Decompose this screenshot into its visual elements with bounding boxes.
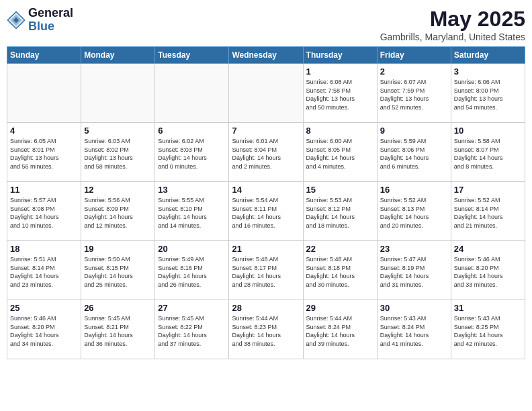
calendar-cell: 13Sunrise: 5:55 AM Sunset: 8:10 PM Dayli… <box>155 182 229 241</box>
day-number: 31 <box>454 303 522 313</box>
day-number: 11 <box>10 185 78 195</box>
calendar-cell: 23Sunrise: 5:47 AM Sunset: 8:19 PM Dayli… <box>377 241 451 300</box>
calendar-cell: 15Sunrise: 5:53 AM Sunset: 8:12 PM Dayli… <box>303 182 377 241</box>
cell-info: Sunrise: 5:43 AM Sunset: 8:24 PM Dayligh… <box>380 314 448 348</box>
calendar-cell: 2Sunrise: 6:07 AM Sunset: 7:59 PM Daylig… <box>377 64 451 123</box>
cell-info: Sunrise: 6:02 AM Sunset: 8:03 PM Dayligh… <box>158 137 226 171</box>
calendar-cell: 20Sunrise: 5:49 AM Sunset: 8:16 PM Dayli… <box>155 241 229 300</box>
day-number: 3 <box>454 66 522 77</box>
calendar-table: SundayMondayTuesdayWednesdayThursdayFrid… <box>7 46 525 359</box>
day-number: 18 <box>10 244 78 254</box>
day-number: 8 <box>306 126 374 136</box>
calendar-cell: 3Sunrise: 6:06 AM Sunset: 8:00 PM Daylig… <box>451 64 525 123</box>
calendar-cell: 21Sunrise: 5:48 AM Sunset: 8:17 PM Dayli… <box>229 241 303 300</box>
cell-info: Sunrise: 5:58 AM Sunset: 8:07 PM Dayligh… <box>454 137 522 171</box>
day-number: 5 <box>84 126 152 136</box>
cell-info: Sunrise: 5:44 AM Sunset: 8:24 PM Dayligh… <box>306 314 374 348</box>
logo-blue-text: Blue <box>28 20 73 34</box>
cell-info: Sunrise: 5:44 AM Sunset: 8:23 PM Dayligh… <box>232 314 300 348</box>
day-number: 29 <box>306 303 374 313</box>
calendar-cell: 6Sunrise: 6:02 AM Sunset: 8:03 PM Daylig… <box>155 123 229 182</box>
day-number: 21 <box>232 244 300 254</box>
calendar-cell: 30Sunrise: 5:43 AM Sunset: 8:24 PM Dayli… <box>377 300 451 359</box>
weekday-header-thursday: Thursday <box>303 47 377 64</box>
day-number: 22 <box>306 244 374 254</box>
calendar-cell: 28Sunrise: 5:44 AM Sunset: 8:23 PM Dayli… <box>229 300 303 359</box>
cell-info: Sunrise: 5:52 AM Sunset: 8:14 PM Dayligh… <box>454 196 522 230</box>
weekday-header-wednesday: Wednesday <box>229 47 303 64</box>
cell-info: Sunrise: 5:50 AM Sunset: 8:15 PM Dayligh… <box>84 255 152 289</box>
day-number: 28 <box>232 303 300 313</box>
day-number: 1 <box>306 66 374 77</box>
calendar-cell <box>229 64 303 123</box>
calendar-cell: 16Sunrise: 5:52 AM Sunset: 8:13 PM Dayli… <box>377 182 451 241</box>
day-number: 24 <box>454 244 522 254</box>
cell-info: Sunrise: 6:06 AM Sunset: 8:00 PM Dayligh… <box>454 78 522 111</box>
day-number: 7 <box>232 126 300 136</box>
calendar-cell <box>81 64 155 123</box>
cell-info: Sunrise: 5:53 AM Sunset: 8:12 PM Dayligh… <box>306 196 374 230</box>
day-number: 9 <box>380 126 448 136</box>
day-number: 15 <box>306 185 374 195</box>
cell-info: Sunrise: 5:45 AM Sunset: 8:22 PM Dayligh… <box>158 314 226 348</box>
cell-info: Sunrise: 6:08 AM Sunset: 7:58 PM Dayligh… <box>306 78 374 111</box>
logo-general-text: General <box>28 7 73 20</box>
page-header: General Blue May 2025 Gambrills, Marylan… <box>7 7 525 42</box>
logo-icon <box>7 11 26 30</box>
day-number: 25 <box>10 303 78 313</box>
cell-info: Sunrise: 6:03 AM Sunset: 8:02 PM Dayligh… <box>84 137 152 171</box>
calendar-cell: 14Sunrise: 5:54 AM Sunset: 8:11 PM Dayli… <box>229 182 303 241</box>
calendar-cell: 5Sunrise: 6:03 AM Sunset: 8:02 PM Daylig… <box>81 123 155 182</box>
logo: General Blue <box>7 7 73 34</box>
day-number: 16 <box>380 185 448 195</box>
calendar-cell: 1Sunrise: 6:08 AM Sunset: 7:58 PM Daylig… <box>303 64 377 123</box>
cell-info: Sunrise: 6:01 AM Sunset: 8:04 PM Dayligh… <box>232 137 300 171</box>
day-number: 17 <box>454 185 522 195</box>
cell-info: Sunrise: 5:52 AM Sunset: 8:13 PM Dayligh… <box>380 196 448 230</box>
cell-info: Sunrise: 5:47 AM Sunset: 8:19 PM Dayligh… <box>380 255 448 289</box>
month-title: May 2025 <box>380 7 525 32</box>
cell-info: Sunrise: 5:49 AM Sunset: 8:16 PM Dayligh… <box>158 255 226 289</box>
cell-info: Sunrise: 5:57 AM Sunset: 8:08 PM Dayligh… <box>10 196 78 230</box>
calendar-cell: 27Sunrise: 5:45 AM Sunset: 8:22 PM Dayli… <box>155 300 229 359</box>
cell-info: Sunrise: 5:48 AM Sunset: 8:18 PM Dayligh… <box>306 255 374 289</box>
cell-info: Sunrise: 5:59 AM Sunset: 8:06 PM Dayligh… <box>380 137 448 171</box>
calendar-cell: 17Sunrise: 5:52 AM Sunset: 8:14 PM Dayli… <box>451 182 525 241</box>
calendar-cell <box>155 64 229 123</box>
cell-info: Sunrise: 5:43 AM Sunset: 8:25 PM Dayligh… <box>454 314 522 348</box>
calendar-cell: 24Sunrise: 5:46 AM Sunset: 8:20 PM Dayli… <box>451 241 525 300</box>
day-number: 14 <box>232 185 300 195</box>
day-number: 10 <box>454 126 522 136</box>
calendar-cell: 25Sunrise: 5:46 AM Sunset: 8:20 PM Dayli… <box>7 300 81 359</box>
day-number: 12 <box>84 185 152 195</box>
cell-info: Sunrise: 5:55 AM Sunset: 8:10 PM Dayligh… <box>158 196 226 230</box>
day-number: 4 <box>10 126 78 136</box>
day-number: 20 <box>158 244 226 254</box>
calendar-cell: 8Sunrise: 6:00 AM Sunset: 8:05 PM Daylig… <box>303 123 377 182</box>
logo-text: General Blue <box>28 7 73 34</box>
calendar-cell: 11Sunrise: 5:57 AM Sunset: 8:08 PM Dayli… <box>7 182 81 241</box>
day-number: 30 <box>380 303 448 313</box>
location-title: Gambrills, Maryland, United States <box>380 32 525 42</box>
cell-info: Sunrise: 5:46 AM Sunset: 8:20 PM Dayligh… <box>10 314 78 348</box>
calendar-cell: 9Sunrise: 5:59 AM Sunset: 8:06 PM Daylig… <box>377 123 451 182</box>
weekday-header-tuesday: Tuesday <box>155 47 229 64</box>
weekday-header-saturday: Saturday <box>451 47 525 64</box>
calendar-cell: 29Sunrise: 5:44 AM Sunset: 8:24 PM Dayli… <box>303 300 377 359</box>
calendar-cell: 22Sunrise: 5:48 AM Sunset: 8:18 PM Dayli… <box>303 241 377 300</box>
title-block: May 2025 Gambrills, Maryland, United Sta… <box>380 7 525 42</box>
calendar-cell: 31Sunrise: 5:43 AM Sunset: 8:25 PM Dayli… <box>451 300 525 359</box>
cell-info: Sunrise: 5:56 AM Sunset: 8:09 PM Dayligh… <box>84 196 152 230</box>
calendar-cell: 26Sunrise: 5:45 AM Sunset: 8:21 PM Dayli… <box>81 300 155 359</box>
day-number: 27 <box>158 303 226 313</box>
day-number: 2 <box>380 66 448 77</box>
weekday-header-monday: Monday <box>81 47 155 64</box>
calendar-cell: 12Sunrise: 5:56 AM Sunset: 8:09 PM Dayli… <box>81 182 155 241</box>
cell-info: Sunrise: 6:07 AM Sunset: 7:59 PM Dayligh… <box>380 78 448 111</box>
day-number: 13 <box>158 185 226 195</box>
weekday-header-friday: Friday <box>377 47 451 64</box>
calendar-cell: 10Sunrise: 5:58 AM Sunset: 8:07 PM Dayli… <box>451 123 525 182</box>
calendar-cell: 18Sunrise: 5:51 AM Sunset: 8:14 PM Dayli… <box>7 241 81 300</box>
calendar-cell <box>7 64 81 123</box>
cell-info: Sunrise: 5:45 AM Sunset: 8:21 PM Dayligh… <box>84 314 152 348</box>
